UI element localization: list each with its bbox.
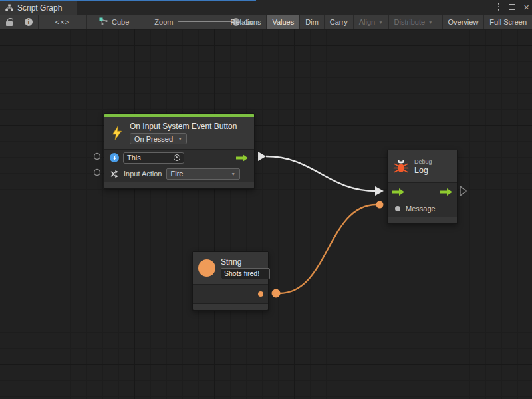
chevron-down-icon: ▼ [428, 20, 432, 25]
string-node-title: String [221, 257, 270, 267]
input-action-port-row: Input Action Fire ▼ [104, 166, 254, 182]
value-wire[interactable] [279, 205, 376, 293]
string-output-row [193, 285, 268, 303]
input-action-label: Input Action [124, 170, 162, 178]
lightning-icon [110, 126, 124, 140]
on-pressed-dropdown[interactable]: On Pressed ▼ [130, 133, 187, 144]
overview-button[interactable]: Overview [443, 15, 484, 29]
debug-output-port-triangle[interactable] [460, 186, 466, 196]
chevron-down-icon: ▼ [378, 20, 382, 25]
debug-node-footer [388, 217, 457, 223]
debug-node-header[interactable]: Debug Log [388, 150, 457, 182]
this-target-field[interactable]: This [123, 152, 184, 164]
control-wire[interactable] [266, 156, 376, 191]
event-node-footer [104, 182, 254, 188]
flow-output-arrow-icon[interactable] [440, 188, 453, 196]
event-node-body: This Input Action [104, 149, 254, 182]
debug-node-title: Log [414, 166, 432, 175]
control-wire-start-arrow[interactable] [258, 152, 266, 161]
window-menu-icon[interactable] [497, 1, 501, 12]
inspect-button[interactable]: i [19, 15, 38, 29]
debug-flow-row [388, 183, 457, 201]
tab-title: Script Graph [17, 3, 62, 13]
graph-hierarchy-icon [5, 4, 13, 12]
script-graph-asset-icon [99, 17, 108, 26]
string-value-field[interactable]: Shots fired! [221, 268, 270, 279]
this-port-row: This [104, 150, 254, 166]
message-port-row[interactable]: Message [388, 201, 457, 217]
full-screen-button[interactable]: Full Screen [484, 15, 532, 29]
message-input-connection-dot[interactable] [376, 201, 384, 209]
chevron-down-icon: ▼ [178, 136, 182, 141]
graph-toolbar: i <×> Cube Zoom 1x Relations Value [0, 15, 532, 29]
script-graph-window: Script Graph × i <×> Cube Zoom [0, 0, 532, 399]
string-literal-node[interactable]: String Shots fired! [192, 251, 269, 311]
message-port-dot[interactable] [395, 206, 400, 211]
control-wire-end-arrow[interactable] [375, 186, 384, 196]
string-output-port-dot[interactable] [258, 291, 263, 297]
input-action-icon [110, 169, 120, 179]
tab-script-graph[interactable]: Script Graph [0, 1, 77, 15]
string-output-connection-dot[interactable] [272, 289, 281, 298]
titlebar: Script Graph × [0, 0, 532, 15]
string-node-body [193, 284, 268, 303]
flow-output-arrow-icon[interactable] [235, 154, 249, 162]
object-picker-icon[interactable] [174, 154, 180, 161]
zoom-label: Zoom [154, 18, 173, 26]
string-type-icon [198, 259, 215, 277]
debug-bug-icon [393, 158, 409, 174]
event-action-port-circle[interactable] [94, 170, 100, 176]
dim-button[interactable]: Dim [300, 15, 324, 29]
graph-canvas[interactable]: On Input System Event Button On Pressed … [0, 29, 532, 399]
info-icon: i [25, 18, 33, 26]
chevron-down-icon: ▼ [231, 172, 235, 176]
close-icon[interactable]: × [523, 2, 529, 12]
string-node-footer [193, 303, 268, 310]
event-this-port-circle[interactable] [94, 154, 100, 160]
maximize-icon[interactable] [509, 4, 515, 10]
debug-node-category: Debug [414, 158, 432, 165]
debug-log-node[interactable]: Debug Log Message [387, 150, 458, 224]
message-port-label: Message [406, 205, 436, 213]
values-button[interactable]: Values [267, 15, 299, 29]
value-preview-button[interactable]: <×> [39, 15, 86, 29]
on-input-event-node[interactable]: On Input System Event Button On Pressed … [104, 113, 255, 189]
distribute-button[interactable]: Distribute▼ [389, 15, 438, 29]
graph-context-breadcrumb[interactable]: Cube [87, 15, 137, 29]
window-controls: × [497, 0, 529, 13]
toolbar-buttons: Relations Values Dim Carry Align▼ Distri… [225, 15, 532, 29]
carry-button[interactable]: Carry [325, 15, 353, 29]
lock-icon [6, 21, 13, 26]
fire-action-dropdown[interactable]: Fire ▼ [166, 168, 241, 180]
graph-context-label: Cube [112, 18, 129, 26]
string-node-header[interactable]: String Shots fired! [193, 252, 268, 284]
flow-input-arrow-icon[interactable] [392, 188, 405, 196]
event-node-title: On Input System Event Button [130, 122, 237, 131]
self-object-icon [110, 153, 119, 162]
event-node-header[interactable]: On Input System Event Button On Pressed … [104, 117, 254, 149]
debug-node-body: Message [388, 182, 457, 217]
relations-button[interactable]: Relations [225, 15, 267, 29]
align-button[interactable]: Align▼ [354, 15, 388, 29]
lock-button[interactable] [0, 15, 19, 29]
